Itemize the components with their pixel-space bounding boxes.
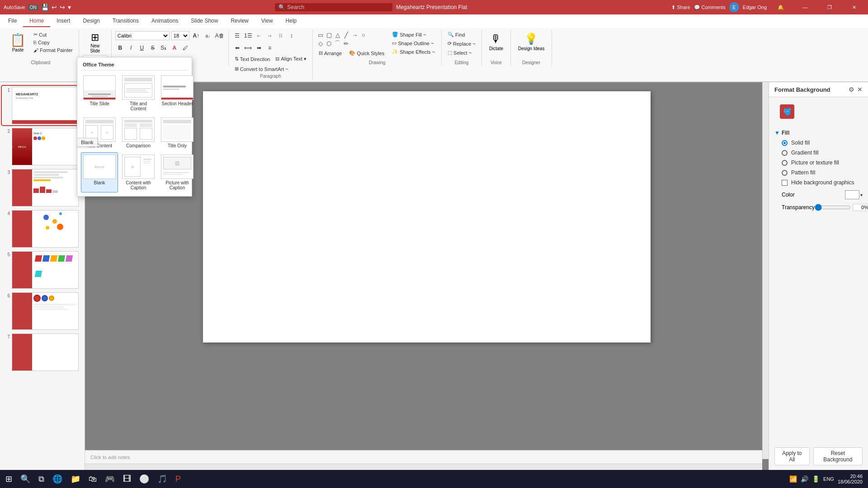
shadow-button[interactable]: S₃ bbox=[159, 43, 169, 53]
layout-item-content-caption[interactable]: ⊞ Content with Caption bbox=[120, 152, 157, 192]
replace-button[interactable]: ⟳ Replace ~ bbox=[445, 40, 478, 47]
bold-button[interactable]: B bbox=[115, 43, 125, 53]
slide-thumb-2[interactable]: 2 MEGA Slide 2 ★ bbox=[2, 127, 83, 166]
paste-button[interactable]: 📋 Paste bbox=[6, 31, 29, 54]
gradient-fill-radio[interactable] bbox=[782, 150, 788, 156]
find-button[interactable]: 🔍 Find bbox=[445, 31, 478, 38]
tab-animations[interactable]: Animations bbox=[145, 15, 184, 27]
search-taskbar-button[interactable]: 🔍 bbox=[17, 471, 34, 487]
customize-icon[interactable]: ▾ bbox=[68, 4, 71, 11]
tab-slideshow[interactable]: Slide Show bbox=[184, 15, 224, 27]
font-size-select[interactable]: 18 bbox=[171, 31, 189, 40]
slide-thumb-3[interactable]: 3 ★ bbox=[2, 168, 83, 207]
reset-background-button[interactable]: Reset Background bbox=[813, 447, 863, 465]
layout-item-comparison[interactable]: Comparison bbox=[120, 115, 157, 150]
triangle-shape-btn[interactable]: △ bbox=[334, 31, 342, 39]
font-name-select[interactable]: Calibri bbox=[115, 31, 170, 40]
tab-file[interactable]: File bbox=[2, 15, 23, 27]
hide-bg-checkbox[interactable] bbox=[782, 180, 788, 186]
transparency-slider[interactable] bbox=[815, 204, 851, 211]
decrease-font-button[interactable]: a↓ bbox=[203, 31, 213, 41]
task-view-button[interactable]: ⧉ bbox=[35, 471, 48, 487]
inc-indent-button[interactable]: → bbox=[265, 31, 275, 41]
convert-smartart-button[interactable]: ⊞ Convert to SmartArt ~ bbox=[232, 65, 309, 73]
undo-icon[interactable]: ↩ bbox=[52, 4, 57, 11]
pattern-fill-radio[interactable] bbox=[782, 170, 788, 176]
explorer-button[interactable]: 📁 bbox=[67, 471, 84, 487]
notifications-icon[interactable]: 🔔 bbox=[770, 0, 791, 14]
vertical-scrollbar[interactable] bbox=[762, 82, 769, 459]
text-highlight-button[interactable]: 🖊 bbox=[180, 43, 190, 53]
layout-item-section-header[interactable]: Section Header bbox=[159, 73, 196, 113]
spotify-button[interactable]: 🎵 bbox=[154, 471, 171, 487]
fill-section-header[interactable]: ▼ Fill bbox=[774, 128, 863, 138]
slide-thumb-5[interactable]: 5 ★ bbox=[2, 250, 83, 290]
slide-thumb-1[interactable]: 1 MEGAHEARTZ Presentation Title bbox=[2, 86, 83, 125]
picture-texture-radio[interactable] bbox=[782, 160, 788, 166]
dec-indent-button[interactable]: ← bbox=[254, 31, 264, 41]
freeform-shape-btn[interactable]: ✏ bbox=[342, 39, 350, 47]
shape-fill-button[interactable]: 🪣 Shape Fill ~ bbox=[389, 31, 438, 38]
slide-thumb-7[interactable]: 7 bbox=[2, 333, 83, 372]
italic-button[interactable]: I bbox=[126, 43, 136, 53]
hide-bg-graphics-option[interactable]: Hide background graphics bbox=[774, 178, 863, 188]
font-color-button[interactable]: A bbox=[170, 43, 179, 53]
arrow-shape-btn[interactable]: → bbox=[351, 31, 359, 39]
slide-canvas[interactable] bbox=[203, 91, 651, 343]
bullets-button[interactable]: ☰ bbox=[232, 31, 242, 41]
edge-button[interactable]: 🌐 bbox=[49, 471, 66, 487]
round-rect-shape-btn[interactable]: ▢ bbox=[325, 31, 333, 39]
tab-transitions[interactable]: Transitions bbox=[106, 15, 145, 27]
start-button[interactable]: ⊞ bbox=[2, 471, 16, 487]
layout-item-blank[interactable]: Blank Blank bbox=[81, 152, 118, 192]
diamond-shape-btn[interactable]: ◇ bbox=[316, 39, 325, 47]
design-ideas-button[interactable]: 💡 Design Ideas bbox=[514, 31, 548, 53]
notes-area[interactable]: Click to add notes bbox=[85, 450, 762, 464]
tab-home[interactable]: Home bbox=[23, 15, 50, 27]
video-edit-button[interactable]: 🎞 bbox=[119, 471, 135, 487]
numbering-button[interactable]: 1☰ bbox=[243, 31, 253, 41]
gradient-fill-option[interactable]: Gradient fill bbox=[774, 148, 863, 158]
quick-styles-button[interactable]: 🎨 Quick Styles bbox=[347, 49, 387, 57]
minimize-button[interactable]: — bbox=[795, 0, 816, 14]
restore-button[interactable]: ❐ bbox=[819, 0, 840, 14]
close-button[interactable]: ✕ bbox=[844, 0, 864, 14]
align-left-button[interactable]: ⬅ bbox=[232, 43, 242, 53]
strikethrough-button[interactable]: S bbox=[148, 43, 158, 53]
justify-button[interactable]: ≡ bbox=[265, 43, 275, 53]
solid-fill-option[interactable]: Solid fill bbox=[774, 138, 863, 148]
layout-item-picture-caption[interactable]: 🖼 Picture with Caption bbox=[159, 152, 196, 192]
slide-thumb-4[interactable]: 4 ★ bbox=[2, 209, 83, 249]
circle-shape-btn[interactable]: ○ bbox=[359, 31, 368, 39]
format-painter-button[interactable]: 🖌 Format Painter bbox=[31, 47, 75, 54]
picture-texture-option[interactable]: Picture or texture fill bbox=[774, 158, 863, 168]
chrome-button[interactable]: ⚪ bbox=[136, 471, 153, 487]
hexagon-shape-btn[interactable]: ⬡ bbox=[325, 39, 333, 47]
pattern-fill-option[interactable]: Pattern fill bbox=[774, 168, 863, 178]
layout-item-title-content[interactable]: Title and Content bbox=[120, 73, 157, 113]
user-avatar[interactable]: E bbox=[729, 2, 739, 12]
tab-help[interactable]: Help bbox=[279, 15, 303, 27]
tab-review[interactable]: Review bbox=[224, 15, 255, 27]
line-shape-btn[interactable]: ╱ bbox=[342, 31, 350, 39]
arrange-button[interactable]: ⊟ Arrange bbox=[316, 49, 344, 57]
tab-design[interactable]: Design bbox=[76, 15, 106, 27]
increase-font-button[interactable]: A↑ bbox=[191, 31, 201, 41]
color-swatch[interactable] bbox=[845, 190, 859, 199]
text-direction-button[interactable]: ⇅ Text Direction bbox=[232, 55, 273, 63]
dictate-button[interactable]: 🎙 Dictate bbox=[486, 31, 507, 53]
underline-button[interactable]: U bbox=[137, 43, 147, 53]
curve-shape-btn[interactable]: ⌒ bbox=[334, 39, 342, 47]
align-center-button[interactable]: ⟺ bbox=[243, 43, 253, 53]
color-dropdown-arrow[interactable]: ▾ bbox=[860, 192, 863, 197]
clear-format-button[interactable]: A🗑 bbox=[215, 31, 225, 41]
apply-to-all-button[interactable]: Apply to All bbox=[774, 447, 810, 465]
redo-icon[interactable]: ↪ bbox=[60, 4, 65, 11]
align-right-button[interactable]: ➡ bbox=[254, 43, 264, 53]
cut-button[interactable]: ✂ Cut bbox=[31, 31, 75, 38]
store-button[interactable]: 🛍 bbox=[85, 471, 100, 487]
shape-effects-button[interactable]: ✨ Shape Effects ~ bbox=[389, 48, 438, 56]
layout-item-title-only[interactable]: Title Only bbox=[159, 115, 196, 150]
tab-insert[interactable]: Insert bbox=[50, 15, 76, 27]
copy-button[interactable]: ⎘ Copy bbox=[31, 39, 75, 46]
